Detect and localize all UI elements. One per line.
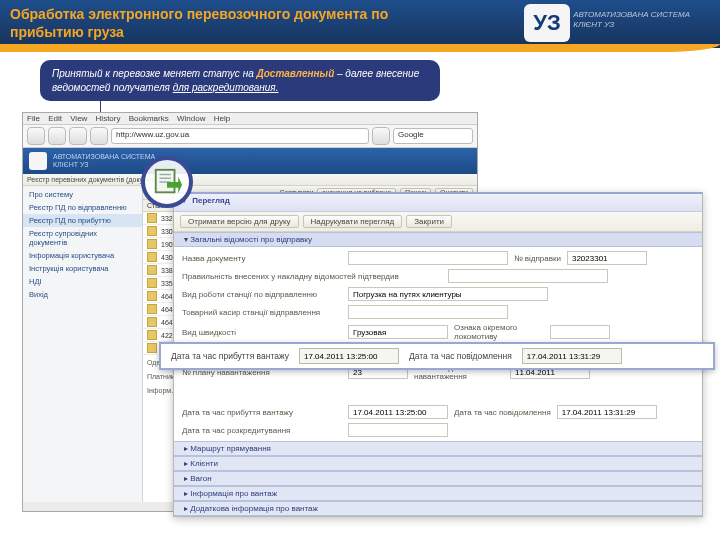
speed-label: Вид швидкості (182, 328, 342, 337)
status-icon (147, 265, 157, 275)
dialog-title: ▾ Перегляд (174, 194, 702, 212)
browser-menubar[interactable]: File Edit View History Bookmarks Window … (23, 113, 477, 125)
app-breadcrumb: Реєстр перевізних документів (документи) (23, 174, 477, 186)
cashier-label: Товарний касир станції відправлення (182, 308, 342, 317)
notif-input[interactable]: 17.04.2011 13:31:29 (557, 405, 657, 419)
notif-label: Дата та час повідомлення (454, 408, 551, 417)
status-icon (147, 343, 157, 353)
ship-no-label: № відправки (514, 254, 561, 263)
section-clients[interactable]: ▸ Клієнти (174, 456, 702, 471)
header-accent (0, 44, 720, 52)
delivered-status-icon (152, 167, 182, 197)
section-route[interactable]: ▸ Маршрут прямування (174, 441, 702, 456)
uz-logo: УЗ (524, 4, 570, 42)
section-cargo-info[interactable]: ▸ Інформація про вантаж (174, 486, 702, 501)
print-version-button[interactable]: Отримати версію для друку (180, 215, 299, 228)
close-button[interactable]: Закрити (406, 215, 452, 228)
station-work-input[interactable]: Погрузка на путях клиентуры (348, 287, 548, 301)
sidebar-item-manual[interactable]: Інструкція користувача (23, 262, 142, 275)
highlight-row-popout: Дата та час прибуття вантажу 17.04.2011 … (159, 342, 715, 370)
hl-arrival-value: 17.04.2011 13:25:00 (299, 348, 399, 364)
loco-flag-label: Ознака окремого локомотиву (454, 323, 544, 341)
sidebar-item-reg-docs[interactable]: Реєстр супровідних документів (23, 227, 142, 249)
status-highlight-ring (141, 156, 193, 208)
status-icon (147, 317, 157, 327)
app-title: АВТОМАТИЗОВАНА СИСТЕМА КЛІЄНТ УЗ (53, 153, 155, 168)
uncredit-label: Дата та час розкредитування (182, 426, 342, 435)
print-preview-button[interactable]: Надрукувати перегляд (303, 215, 403, 228)
cashier-input[interactable] (348, 305, 508, 319)
browser-toolbar: http://www.uz.gov.ua Google (23, 125, 477, 148)
arrival-label: Дата та час прибуття вантажу (182, 408, 342, 417)
forward-button[interactable] (48, 127, 66, 145)
home-button[interactable] (90, 127, 108, 145)
system-label: АВТОМАТИЗОВАНА СИСТЕМА КЛІЄНТ УЗ (573, 10, 690, 31)
reload2-button[interactable] (372, 127, 390, 145)
back-button[interactable] (27, 127, 45, 145)
app-header: АВТОМАТИЗОВАНА СИСТЕМА КЛІЄНТ УЗ (23, 148, 477, 174)
slide-title: Обработка электронного перевозочного док… (10, 5, 390, 41)
app-logo-icon (29, 152, 47, 170)
sidebar-item-userinfo[interactable]: Інформація користувача (23, 249, 142, 262)
status-icon (147, 252, 157, 262)
section-general[interactable]: ▾ Загальні відомості про відправку (174, 232, 702, 247)
section-extra-info[interactable]: ▸ Додаткова інформація про вантаж (174, 501, 702, 516)
sidebar-item-exit[interactable]: Вихід (23, 288, 142, 301)
slide-header: Обработка электронного перевозочного док… (0, 0, 720, 48)
speed-input[interactable]: Грузовая (348, 325, 448, 339)
correct-label: Правильність внесених у накладну відомос… (182, 272, 442, 281)
doc-name-label: Назва документу (182, 254, 342, 263)
section-wagon[interactable]: ▸ Вагон (174, 471, 702, 486)
sidebar-item-ndi[interactable]: НДІ (23, 275, 142, 288)
sidebar-item-reg-send[interactable]: Реєстр ПД по відправленню (23, 201, 142, 214)
status-icon (147, 330, 157, 340)
uncredit-input[interactable] (348, 423, 448, 437)
sidebar-item-reg-arrive[interactable]: Реєстр ПД по прибуттю (23, 214, 142, 227)
search-bar[interactable]: Google (393, 128, 473, 144)
status-icon (147, 291, 157, 301)
hl-notif-value: 17.04.2011 13:31:29 (522, 348, 622, 364)
sidebar-item-about[interactable]: Про систему (23, 188, 142, 201)
status-icon (147, 213, 157, 223)
status-icon (147, 226, 157, 236)
station-work-label: Вид роботи станції по відправленню (182, 290, 342, 299)
status-icon (147, 239, 157, 249)
url-bar[interactable]: http://www.uz.gov.ua (111, 128, 369, 144)
sidebar: Про систему Реєстр ПД по відправленню Ре… (23, 186, 143, 502)
status-icon (147, 278, 157, 288)
svg-rect-0 (156, 170, 175, 193)
ship-no-input[interactable]: 32023301 (567, 251, 647, 265)
dialog-toolbar: Отримати версію для друку Надрукувати пе… (174, 212, 702, 232)
hl-arrival-label: Дата та час прибуття вантажу (171, 351, 289, 361)
reload-button[interactable] (69, 127, 87, 145)
hl-notif-label: Дата та час повідомлення (409, 351, 512, 361)
correct-input[interactable] (448, 269, 608, 283)
doc-name-input[interactable] (348, 251, 508, 265)
status-icon (147, 304, 157, 314)
loco-flag-input[interactable] (550, 325, 610, 339)
arrival-input[interactable]: 17.04.2011 13:25:00 (348, 405, 448, 419)
